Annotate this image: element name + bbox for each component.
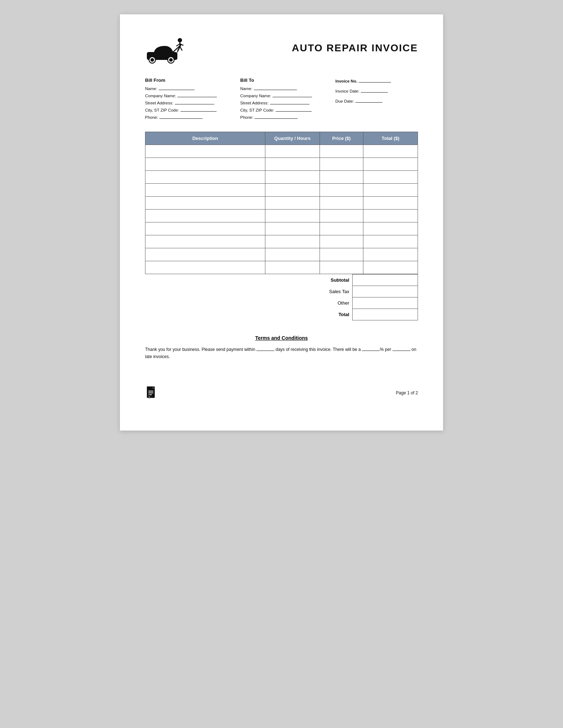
svg-rect-15 (147, 386, 153, 389)
table-header-row: Description Quantity / Hours Price ($) T… (145, 132, 418, 145)
invoice-table: Description Quantity / Hours Price ($) T… (145, 132, 418, 274)
invoice-title: AUTO REPAIR INVOICE (292, 36, 418, 54)
footer-logo: e (145, 386, 158, 400)
logo-icon (145, 36, 185, 65)
totals-section: Subtotal Sales Tax Other Total (145, 274, 418, 320)
bill-to-city: City, ST ZIP Code: (240, 107, 325, 112)
col-quantity: Quantity / Hours (265, 132, 320, 145)
table-row (145, 261, 418, 274)
page-number: Page 1 of 2 (396, 390, 418, 395)
invoice-date-field: Invoice Date: (335, 88, 418, 93)
table-row (145, 210, 418, 222)
header: AUTO REPAIR INVOICE (145, 36, 418, 65)
bill-from-company: Company Name: (145, 92, 229, 98)
subtotal-label: Subtotal (145, 274, 352, 286)
sales-tax-label: Sales Tax (145, 286, 352, 297)
table-row (145, 145, 418, 158)
table-row (145, 184, 418, 197)
svg-rect-17 (148, 393, 153, 393)
logo-area (145, 36, 185, 65)
svg-point-4 (169, 58, 173, 62)
svg-point-2 (150, 58, 154, 62)
bill-from-street: Street Address: (145, 99, 229, 105)
other-row: Other (145, 297, 418, 309)
col-price: Price ($) (320, 132, 363, 145)
table-row (145, 158, 418, 171)
payment-days-blank[interactable] (256, 346, 274, 351)
sales-tax-row: Sales Tax (145, 286, 418, 297)
bill-to-phone: Phone: (240, 114, 325, 119)
terms-title: Terms and Conditions (255, 335, 308, 341)
subtotal-row: Subtotal (145, 274, 418, 286)
invoice-info-block: Invoice No. Invoice Date: Due Date: (335, 78, 418, 121)
bill-to-name: Name: (240, 85, 325, 91)
table-row (145, 197, 418, 210)
bill-to-block: Bill To Name: Company Name: Street Addre… (240, 78, 325, 121)
bill-from-city: City, ST ZIP Code: (145, 107, 229, 112)
bill-from-heading: Bill From (145, 78, 229, 83)
col-total: Total ($) (363, 132, 418, 145)
subtotal-value[interactable] (352, 274, 418, 286)
terms-text: Thank you for your business. Please send… (145, 346, 418, 361)
total-row: Total (145, 309, 418, 320)
total-value[interactable] (352, 309, 418, 320)
table-row (145, 222, 418, 235)
svg-rect-16 (148, 391, 153, 391)
bill-to-company: Company Name: (240, 92, 325, 98)
footer: e Page 1 of 2 (145, 382, 418, 400)
total-label: Total (145, 309, 352, 320)
period-blank[interactable] (392, 346, 410, 351)
percent-blank[interactable] (362, 346, 380, 351)
bill-from-block: Bill From Name: Company Name: Street Add… (145, 78, 229, 121)
invoice-page: AUTO REPAIR INVOICE Bill From Name: Comp… (120, 14, 443, 431)
table-row (145, 235, 418, 248)
other-label: Other (145, 297, 352, 309)
bill-to-heading: Bill To (240, 78, 325, 83)
bill-to-street: Street Address: (240, 99, 325, 105)
svg-point-7 (178, 38, 182, 42)
table-row (145, 248, 418, 261)
svg-line-12 (180, 47, 182, 50)
due-date-field: Due Date: (335, 98, 418, 103)
other-value[interactable] (352, 297, 418, 309)
table-row (145, 171, 418, 184)
bill-from-name: Name: (145, 85, 229, 91)
terms-section: Terms and Conditions Thank you for your … (145, 335, 418, 361)
sales-tax-value[interactable] (352, 286, 418, 297)
invoice-number-field: Invoice No. (335, 78, 418, 83)
bill-from-phone: Phone: (145, 114, 229, 119)
document-icon: e (145, 386, 158, 399)
col-description: Description (145, 132, 265, 145)
bill-section: Bill From Name: Company Name: Street Add… (145, 78, 418, 121)
